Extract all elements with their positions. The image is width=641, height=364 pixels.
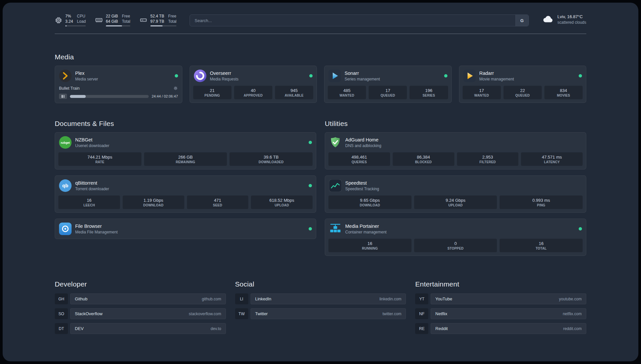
adguard-card[interactable]: AdGuard Home DNS and adblocking 498,461 …	[325, 132, 586, 169]
stat-total: 16 TOTAL	[500, 239, 583, 252]
search-input[interactable]	[190, 15, 515, 26]
disk-free-value: 52.4 TB	[150, 14, 164, 19]
cpu-usage-value: 7%	[65, 14, 73, 19]
playback-progress-bar[interactable]	[70, 95, 149, 98]
portainer-icon	[329, 223, 342, 235]
memory-icon	[95, 16, 103, 24]
bookmark-url: reddit.com	[563, 326, 582, 331]
memory-total-value: 64 GiB	[106, 19, 118, 24]
plex-card[interactable]: Plex Media server Bullet Train	[55, 66, 182, 103]
service-description: Series management	[345, 77, 380, 82]
filebrowser-card[interactable]: File Browser Media File Management	[55, 219, 316, 239]
svg-text:nzbget: nzbget	[61, 141, 70, 144]
bookmark-twitter[interactable]: TW Twitter twitter.com	[235, 308, 406, 319]
pause-button[interactable]	[59, 94, 67, 99]
bookmark-url: github.com	[202, 297, 221, 301]
stat-running: 16 RUNNING	[328, 239, 412, 252]
section-title-media: Media	[55, 53, 586, 61]
bookmark-abbr: NF	[415, 308, 428, 319]
search-bar: G	[190, 15, 529, 26]
bookmark-stackoverflow[interactable]: SO StackOverflow stackoverflow.com	[55, 308, 226, 319]
disk-progress-bar	[150, 25, 176, 26]
speedtest-icon	[329, 179, 342, 192]
speedtest-card[interactable]: Speedtest Speedtest Tracking 9.65 Gbps D…	[325, 175, 586, 213]
section-documents: Documents & Files nzbget NZBGet Usenet d…	[55, 120, 316, 239]
cpu-load-label: Load	[77, 19, 86, 24]
bookmark-url: netflix.com	[563, 312, 582, 316]
section-media: Media Plex Media server Bullet Train	[55, 53, 586, 103]
bookmark-url: linkedin.com	[380, 297, 402, 301]
overseerr-icon	[194, 70, 206, 82]
search-provider-button[interactable]: G	[515, 15, 529, 26]
stat-stopped: 0 STOPPED	[414, 239, 497, 252]
stat-queued: 17 QUEUED	[369, 86, 407, 99]
service-name: Overseerr	[210, 70, 239, 76]
radarr-card[interactable]: Radarr Movie management 17 WANTED 22 QUE…	[459, 66, 587, 103]
playback-time: 24:44 / 02:06:47	[152, 94, 178, 98]
weather-condition: scattered clouds	[558, 20, 586, 25]
sonarr-card[interactable]: Sonarr Series management 485 WANTED 17 Q…	[324, 66, 452, 103]
bookmark-abbr: RE	[415, 323, 428, 334]
bookmark-url: twitter.com	[382, 312, 401, 316]
sonarr-icon	[328, 70, 341, 82]
cpu-widget: 7% 3.24 CPU Load	[55, 14, 86, 26]
status-dot	[579, 74, 582, 77]
nzbget-card[interactable]: nzbget NZBGet Usenet downloader 744.21 M…	[55, 132, 316, 169]
stat-leech: 16 LEECH	[58, 196, 120, 209]
plex-icon	[59, 70, 72, 82]
bookmark-youtube[interactable]: YT YouTube youtube.com	[415, 293, 586, 304]
bookmark-linkedin[interactable]: LI LinkedIn linkedin.com	[235, 293, 406, 304]
stat-series: 196 SERIES	[410, 86, 448, 99]
status-dot	[579, 227, 582, 230]
service-name: Radarr	[479, 70, 514, 76]
service-description: Media File Management	[75, 230, 118, 235]
memory-free-label: Free	[122, 14, 130, 19]
weather-location: Lviv, 16.87°C	[558, 14, 586, 20]
bookmark-name: StackOverflow	[75, 311, 103, 316]
homepage-dashboard: 7% 3.24 CPU Load	[3, 3, 638, 361]
service-name: Sonarr	[345, 70, 380, 76]
bookmark-abbr: SO	[55, 308, 68, 319]
bookmark-name: DEV	[75, 326, 84, 331]
bookmark-abbr: GH	[55, 293, 68, 304]
section-title-documents: Documents & Files	[55, 120, 316, 128]
gear-icon[interactable]	[173, 86, 178, 91]
bookmark-name: Github	[75, 296, 87, 301]
bookmark-netflix[interactable]: NF Netflix netflix.com	[415, 308, 586, 319]
bookmarks-entertainment: Entertainment YT YouTube youtube.com NF …	[415, 280, 586, 334]
service-description: Speedtest Tracking	[345, 187, 379, 192]
bookmark-name: Netflix	[435, 311, 447, 316]
bookmark-name: Reddit	[435, 326, 448, 331]
qbittorrent-card[interactable]: qb qBittorrent Torrent downloader 16 LEE…	[55, 175, 316, 213]
bookmark-abbr: TW	[235, 308, 248, 319]
bookmark-url: dev.to	[211, 326, 221, 331]
bookmark-dev[interactable]: DT DEV dev.to	[55, 323, 226, 334]
service-name: Speedtest	[345, 180, 379, 186]
stat-upload: 9.24 Gbps UPLOAD	[414, 196, 497, 209]
section-utilities: Utilities AdGuard Home DNS and adblockin…	[325, 120, 586, 256]
overseerr-card[interactable]: Overseerr Media Requests 21 PENDING 40 A…	[190, 66, 317, 103]
service-name: NZBGet	[75, 137, 109, 143]
bookmark-reddit[interactable]: RE Reddit reddit.com	[415, 323, 586, 334]
memory-total-label: Total	[122, 19, 130, 24]
resource-widgets: 7% 3.24 CPU Load	[55, 14, 176, 26]
portainer-card[interactable]: Media Portainer Container management 16 …	[325, 219, 586, 256]
bookmark-name: Twitter	[255, 311, 268, 316]
service-name: AdGuard Home	[345, 137, 381, 143]
disk-total-value: 97.9 TB	[150, 19, 164, 24]
stat-filtered: 2,953 FILTERED	[457, 152, 519, 166]
stat-upload: 618.52 Mbps UPLOAD	[251, 196, 313, 209]
memory-widget: 22 GiB 64 GiB Free Total	[95, 14, 130, 26]
section-title-social: Social	[235, 280, 406, 288]
filebrowser-icon	[59, 223, 72, 235]
bookmark-github[interactable]: GH Github github.com	[55, 293, 226, 304]
status-dot	[309, 141, 312, 144]
disk-total-label: Total	[168, 19, 176, 24]
cpu-usage-label: CPU	[77, 14, 86, 19]
stat-queued: 22 QUEUED	[504, 86, 542, 99]
cloud-icon	[542, 14, 554, 25]
stat-download: 1.19 Gbps DOWNLOAD	[123, 196, 184, 209]
radarr-icon	[463, 70, 476, 82]
stat-available: 945 AVAILABLE	[275, 86, 313, 99]
bookmark-abbr: LI	[235, 293, 248, 304]
